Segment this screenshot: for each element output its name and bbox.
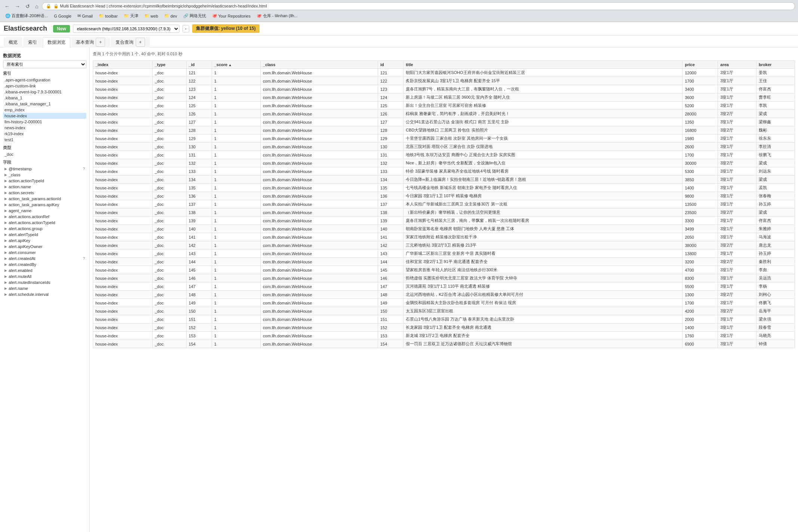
field-item[interactable]: ▶alert.actions.actionRef [3, 214, 86, 220]
table-row[interactable]: house-index_doc1541com.llh.domain.WebHou… [93, 340, 795, 348]
cluster-select[interactable]: elasticsearch (http://192.168.126.133:92… [73, 25, 179, 33]
tab-compound-query[interactable]: 复合查询 + [111, 37, 150, 47]
home-button[interactable]: ⌂ [34, 3, 40, 10]
minus-button[interactable]: - [182, 25, 189, 33]
table-header-price[interactable]: price [682, 61, 718, 69]
table-row[interactable]: house-index_doc1301com.llh.domain.WebHou… [93, 143, 795, 151]
table-row[interactable]: house-index_doc1481com.llh.domain.WebHou… [93, 291, 795, 299]
reload-button[interactable]: ↺ [24, 3, 31, 10]
sidebar-index-item[interactable]: test1 [3, 137, 86, 143]
bookmark-cangku[interactable]: 🐙 仓库 - lilinhan (llh... [254, 12, 300, 19]
sidebar-index-item[interactable]: news-index [3, 125, 86, 131]
field-item[interactable]: ▶action.secrets [3, 190, 86, 196]
sidebar-index-item[interactable]: house-index [3, 113, 86, 119]
tab-index[interactable]: 索引 [23, 37, 42, 47]
table-row[interactable]: house-index_doc1321com.llh.domain.WebHou… [93, 159, 795, 167]
field-item[interactable]: ▶alert.actions.group [3, 226, 86, 232]
bookmark-web[interactable]: 📁 web [142, 13, 160, 19]
table-row[interactable]: house-index_doc1451com.llh.domain.WebHou… [93, 266, 795, 274]
address-bar[interactable]: 🔒 🔒 Multi Elasticsearch Head | chrome-ex… [42, 2, 795, 10]
table-header-_class[interactable]: _class [261, 61, 378, 69]
table-header-_type[interactable]: _type [152, 61, 186, 69]
bookmark-tianjin[interactable]: 📁 天津 [122, 12, 141, 19]
bookmark-your-repositories[interactable]: 🐙 Your Repositories [210, 13, 253, 19]
table-row[interactable]: house-index_doc1291com.llh.domain.WebHou… [93, 134, 795, 143]
table-row[interactable]: house-index_doc1401com.llh.domain.WebHou… [93, 225, 795, 233]
bookmark-dev[interactable]: 📁 dev [162, 13, 179, 19]
table-row[interactable]: house-index_doc1491com.llh.domain.WebHou… [93, 299, 795, 307]
basic-query-plus[interactable]: + [96, 38, 105, 47]
table-header-_id[interactable]: _id [186, 61, 212, 69]
table-row[interactable]: house-index_doc1421com.llh.domain.WebHou… [93, 241, 795, 250]
sidebar-index-item[interactable]: llm-history-2-000001 [3, 119, 86, 125]
table-row[interactable]: house-index_doc1211com.llh.domain.WebHou… [93, 69, 795, 77]
field-info-icon[interactable]: ? [83, 167, 85, 171]
sidebar-index-item[interactable]: emp_index [3, 107, 86, 113]
table-row[interactable]: house-index_doc1531com.llh.domain.WebHou… [93, 332, 795, 340]
table-row[interactable]: house-index_doc1381com.llh.domain.WebHou… [93, 208, 795, 217]
table-row[interactable]: house-index_doc1521com.llh.domain.WebHou… [93, 324, 795, 332]
field-item[interactable]: ▶alert.createdBy [3, 262, 86, 267]
field-item[interactable]: ▶alert.schedule.interval [3, 291, 86, 297]
field-item[interactable]: ▶alert.muteAll [3, 273, 86, 279]
table-row[interactable]: house-index_doc1501com.llh.domain.WebHou… [93, 307, 795, 315]
new-button[interactable]: New [53, 25, 70, 33]
field-item[interactable]: ▶action.actionTypeId [3, 178, 86, 184]
table-row[interactable]: house-index_doc1391com.llh.domain.WebHou… [93, 217, 795, 225]
table-row[interactable]: house-index_doc1461com.llh.domain.WebHou… [93, 274, 795, 282]
field-item[interactable]: ▶alert.name [3, 285, 86, 291]
table-row[interactable]: house-index_doc1371com.llh.domain.WebHou… [93, 200, 795, 208]
table-header-_index[interactable]: _index [93, 61, 153, 69]
bookmark-toolbar[interactable]: 📁 toolbar [96, 13, 120, 19]
table-header-area[interactable]: area [718, 61, 756, 69]
sidebar-index-item[interactable]: .apm-agent-configuration [3, 77, 86, 83]
bookmark-google[interactable]: G Google [52, 13, 74, 19]
tab-basic-query[interactable]: 基本查询 + [71, 37, 110, 47]
table-row[interactable]: house-index_doc1271com.llh.domain.WebHou… [93, 118, 795, 126]
bookmark-wangluowuyou[interactable]: 🔗 网络无忧 [181, 12, 208, 19]
table-header-broker[interactable]: broker [756, 61, 795, 69]
table-row[interactable]: house-index_doc1221com.llh.domain.WebHou… [93, 77, 795, 85]
table-row[interactable]: house-index_doc1411com.llh.domain.WebHou… [93, 233, 795, 241]
field-item[interactable]: ▶alert.alertTypeId [3, 232, 86, 238]
field-item[interactable]: ▶_class [3, 172, 86, 178]
field-item[interactable]: ▶action.name [3, 184, 86, 190]
table-header-title[interactable]: title [403, 61, 682, 69]
field-item[interactable]: ▶alert.enabled [3, 267, 86, 273]
table-row[interactable]: house-index_doc1471com.llh.domain.WebHou… [93, 282, 795, 291]
table-header-_score[interactable]: _score [212, 61, 260, 69]
table-row[interactable]: house-index_doc1361com.llh.domain.WebHou… [93, 192, 795, 200]
table-row[interactable]: house-index_doc1251com.llh.domain.WebHou… [93, 102, 795, 110]
back-button[interactable]: ← [3, 3, 11, 10]
field-item[interactable]: ▶agent_name [3, 208, 86, 214]
sidebar-index-item[interactable]: .kibana-event-log-7.9.3-000001 [3, 89, 86, 95]
field-item[interactable]: ▶action_task_params.actionId [3, 196, 86, 202]
forward-button[interactable]: → [13, 3, 22, 10]
field-item[interactable]: ▶alert.apiKey [3, 238, 86, 244]
field-item[interactable]: ▶alert.mutedInstanceIds [3, 279, 86, 285]
table-row[interactable]: house-index_doc1241com.llh.domain.WebHou… [93, 93, 795, 102]
tab-data-browser[interactable]: 数据浏览 [43, 37, 70, 47]
index-select[interactable]: 所有索引 [3, 60, 86, 68]
table-row[interactable]: house-index_doc1331com.llh.domain.WebHou… [93, 167, 795, 176]
field-item[interactable]: ▶alert.consumer [3, 250, 86, 256]
sidebar-index-item[interactable]: .apm-custom-link [3, 83, 86, 89]
field-item[interactable]: ▶alert.apiKeyOwner [3, 244, 86, 250]
table-row[interactable]: house-index_doc1261com.llh.domain.WebHou… [93, 110, 795, 118]
bookmark-baidu[interactable]: 🌐 百度翻译-200种语... [3, 12, 50, 19]
field-item[interactable]: ▶alert.createdAt? [3, 256, 86, 262]
table-row[interactable]: house-index_doc1281com.llh.domain.WebHou… [93, 126, 795, 134]
sidebar-index-item[interactable]: .kibana_task_manager_1 [3, 101, 86, 107]
table-row[interactable]: house-index_doc1511com.llh.domain.WebHou… [93, 315, 795, 324]
field-info-icon[interactable]: ? [83, 257, 85, 261]
table-row[interactable]: house-index_doc1441com.llh.domain.WebHou… [93, 258, 795, 266]
sidebar-index-item[interactable]: .kibana_1 [3, 95, 86, 101]
table-row[interactable]: house-index_doc1341com.llh.domain.WebHou… [93, 176, 795, 184]
table-row[interactable]: house-index_doc1431com.llh.domain.WebHou… [93, 250, 795, 258]
table-header-id[interactable]: id [378, 61, 403, 69]
field-item[interactable]: ▶@timestamp? [3, 166, 86, 172]
table-row[interactable]: house-index_doc1351com.llh.domain.WebHou… [93, 184, 795, 192]
field-item[interactable]: ▶action_task_params.apiKey [3, 202, 86, 208]
sidebar-index-item[interactable]: rk19-index [3, 131, 86, 137]
table-row[interactable]: house-index_doc1231com.llh.domain.WebHou… [93, 85, 795, 93]
